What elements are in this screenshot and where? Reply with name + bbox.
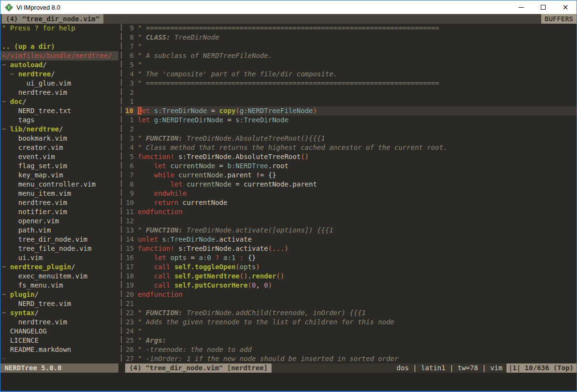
code-line[interactable]: 6 let currentNode = b:NERDTree.root: [125, 161, 577, 171]
tree-item[interactable]: .. (up a dir): [2, 42, 118, 51]
tree-item[interactable]: ~ nerdtree_plugin/: [2, 262, 118, 272]
tree-item[interactable]: LICENCE: [2, 336, 118, 345]
line-number: 4: [125, 143, 138, 152]
code-line[interactable]: 20endfunction: [125, 290, 577, 299]
code-line[interactable]: 25" Args:: [125, 336, 577, 345]
code-line[interactable]: 9 endwhile: [125, 189, 577, 198]
tree-item[interactable]: nerdtree.vim: [2, 198, 118, 207]
code-line[interactable]: 13" FUNCTION: TreeDirNode.activate([opti…: [125, 226, 577, 235]
tree-item[interactable]: nerdtree.vim: [2, 88, 118, 97]
tree-item[interactable]: ~ doc/: [2, 97, 118, 106]
tree-item[interactable]: menu_item.vim: [2, 189, 118, 198]
code-line[interactable]: 21: [125, 299, 577, 308]
line-number: 25: [125, 336, 138, 345]
tree-item[interactable]: README.markdown: [2, 345, 118, 354]
tree-item[interactable]: ~ lib/nerdtree/: [2, 125, 118, 134]
tree-item[interactable]: nerdtree.vim: [2, 318, 118, 327]
line-number: 22: [125, 308, 138, 318]
code-line[interactable]: 27" -inOrder: 1 if the new node should b…: [125, 354, 577, 363]
code-line[interactable]: 26" -treenode: the node to add: [125, 345, 577, 354]
tree-item[interactable]: tree_dir_node.vim: [2, 235, 118, 244]
code-text: call self.getNerdtree().render(): [138, 272, 284, 281]
tree-item[interactable]: NERD_tree.vim: [2, 299, 118, 308]
tree-item[interactable]: ~: [2, 354, 118, 363]
tree-item[interactable]: ~ autoload/: [2, 60, 118, 70]
tree-item[interactable]: notifier.vim: [2, 207, 118, 217]
code-text: ": [138, 327, 142, 336]
window-separator[interactable]: [118, 24, 125, 363]
code-line[interactable]: 18 call self.getNerdtree().render(): [125, 272, 577, 281]
line-number: 17: [125, 262, 138, 272]
code-line[interactable]: 1let g:NERDTreeDirNode = s:TreeDirNode: [125, 116, 577, 125]
code-text: function! s:TreeDirNode.activate(...): [138, 244, 288, 253]
tree-item[interactable]: opener.vim: [2, 217, 118, 226]
code-line[interactable]: 4" The 'composite' part of the file/dir …: [125, 70, 577, 79]
code-line[interactable]: 8 let currentNode = currentNode.parent: [125, 180, 577, 189]
code-line[interactable]: 14unlet s:TreeDirNode.activate: [125, 235, 577, 244]
statusline-position: |1| 10/636 (Top): [506, 363, 577, 373]
close-button[interactable]: ×: [554, 0, 577, 14]
code-line[interactable]: 16 let opts = a:0 ? a:1 : {}: [125, 253, 577, 262]
tree-item[interactable]: tree_file_node.vim: [2, 244, 118, 253]
code-text: " Class method that returns the highest …: [138, 143, 447, 152]
tree-item[interactable]: NERD_tree.txt: [2, 106, 118, 116]
tree-item[interactable]: path.vim: [2, 226, 118, 235]
tree-item[interactable]: event.vim: [2, 152, 118, 161]
tree-item[interactable]: ~ nerdtree/: [2, 70, 118, 79]
code-line[interactable]: 2: [125, 125, 577, 134]
tree-item[interactable]: ui.vim: [2, 253, 118, 262]
tree-item[interactable]: tags: [2, 116, 118, 125]
code-line[interactable]: 12: [125, 217, 577, 226]
code-line[interactable]: 9" =====================================…: [125, 24, 577, 33]
tree-item[interactable]: key_map.vim: [2, 171, 118, 180]
statusline-gap: [118, 363, 125, 373]
line-number: 23: [125, 318, 138, 327]
code-line[interactable]: 5function! s:TreeDirNode.AbsoluteTreeRoo…: [125, 152, 577, 161]
tree-item[interactable]: [2, 33, 118, 42]
code-line[interactable]: 15function! s:TreeDirNode.activate(...): [125, 244, 577, 253]
code-line[interactable]: 11endfunction: [125, 207, 577, 217]
code-line[interactable]: 22" FUNCTION: TreeDirNode.addChild(treen…: [125, 308, 577, 318]
code-line[interactable]: 6" A subclass of NERDTreeFileNode.: [125, 51, 577, 60]
code-line[interactable]: 19 call self.putCursorHere(0, 0): [125, 281, 577, 290]
tree-item[interactable]: CHANGELOG: [2, 327, 118, 336]
code-line[interactable]: 5": [125, 60, 577, 70]
maximize-button[interactable]: [532, 0, 554, 14]
code-text: " CLASS: TreeDirNode: [138, 33, 219, 42]
tree-item[interactable]: flag_set.vim: [2, 161, 118, 171]
tree-item[interactable]: menu_controller.vim: [2, 180, 118, 189]
tree-item[interactable]: ~ syntax/: [2, 308, 118, 318]
code-line[interactable]: 7": [125, 42, 577, 51]
tree-item[interactable]: ~ plugin/: [2, 290, 118, 299]
line-number: 20: [125, 290, 138, 299]
code-line[interactable]: 17 call self.toggleOpen(opts): [125, 262, 577, 272]
code-text: [138, 88, 142, 97]
tree-item[interactable]: fs_menu.vim: [2, 281, 118, 290]
code-line[interactable]: 7 while currentNode.parent != {}: [125, 171, 577, 180]
code-line[interactable]: 4" Class method that returns the highest…: [125, 143, 577, 152]
command-line[interactable]: [0, 373, 577, 391]
code-line[interactable]: 10 return currentNode: [125, 198, 577, 207]
tree-item[interactable]: exec_menuitem.vim: [2, 272, 118, 281]
tree-item[interactable]: " Press ? for help: [2, 24, 118, 33]
minimize-button[interactable]: [510, 0, 532, 14]
code-line[interactable]: 23" Adds the given treenode to the list …: [125, 318, 577, 327]
tree-item[interactable]: creator.vim: [2, 143, 118, 152]
code-line[interactable]: 2: [125, 88, 577, 97]
code-line-current[interactable]: 10let s:TreeDirNode = copy(g:NERDTreeFil…: [125, 106, 577, 116]
tree-item[interactable]: ui_glue.vim: [2, 79, 118, 88]
tree-item[interactable]: bookmark.vim: [2, 134, 118, 143]
code-text: [138, 125, 142, 134]
tab-tree-dir-node[interactable]: (4) "tree_dir_node.vim": [2, 14, 103, 24]
code-line[interactable]: 24": [125, 327, 577, 336]
code-text: call self.toggleOpen(opts): [138, 262, 260, 272]
code-text: " FUNCTION: TreeDirNode.addChild(treenod…: [138, 308, 366, 318]
code-line[interactable]: 3" FUNCTION: TreeDirNode.AbsoluteTreeRoo…: [125, 134, 577, 143]
code-text: " The 'composite' part of the file/dir c…: [138, 70, 337, 79]
line-number: 15: [125, 244, 138, 253]
code-text: endfunction: [138, 207, 183, 217]
code-line[interactable]: 1: [125, 97, 577, 106]
nerdtree-root-path[interactable]: </vimfiles/bundle/nerdtree/: [0, 51, 118, 60]
code-line[interactable]: 8" CLASS: TreeDirNode: [125, 33, 577, 42]
code-line[interactable]: 3" =====================================…: [125, 79, 577, 88]
